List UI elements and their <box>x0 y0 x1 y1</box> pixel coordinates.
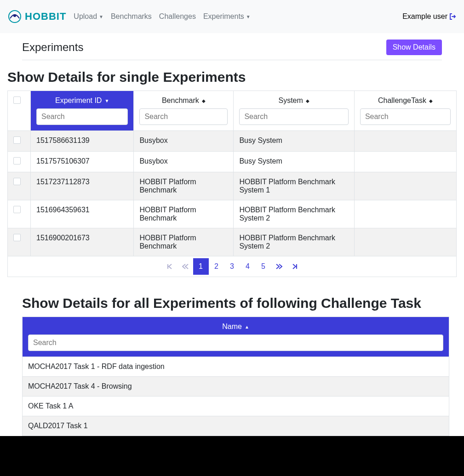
nav-challenges[interactable]: Challenges <box>159 12 196 21</box>
nav-links: Upload ▼ Benchmarks Challenges Experimen… <box>74 12 250 21</box>
navbar: HOBBIT Upload ▼ Benchmarks Challenges Ex… <box>0 0 464 33</box>
row-checkbox[interactable] <box>13 136 21 144</box>
page-title: Experiments <box>22 41 386 54</box>
row-checkbox-cell <box>8 152 31 172</box>
cell-system: HOBBIT Platform Benchmark System 1 <box>234 172 355 200</box>
cell-benchmark: Busybox <box>134 131 234 152</box>
table-row[interactable]: 1516964359631 HOBBIT Platform Benchmark … <box>8 200 457 228</box>
table-row[interactable]: OKE Task 1 A <box>23 397 449 416</box>
col-name[interactable]: Name ▲ <box>23 317 449 357</box>
col-benchmark-label: Benchmark <box>162 96 199 104</box>
sort-icon: ◆ <box>429 98 433 103</box>
cell-challenge-task <box>354 172 456 200</box>
cell-benchmark: Busybox <box>134 152 234 172</box>
col-benchmark[interactable]: Benchmark ◆ <box>134 91 234 131</box>
logout-icon <box>449 13 457 20</box>
show-details-button[interactable]: Show Details <box>386 40 442 55</box>
col-system[interactable]: System ◆ <box>234 91 355 131</box>
cell-experiment-id: 1517237112873 <box>31 172 134 200</box>
page-first[interactable] <box>162 258 178 275</box>
cell-experiment-id: 1517586631139 <box>31 131 134 152</box>
col-name-label: Name <box>222 323 242 330</box>
page-1[interactable]: 1 <box>193 258 209 275</box>
experiments-table: Experiment ID ▼ Benchmark ◆ System ◆ Cha… <box>7 91 457 256</box>
sort-icon: ◆ <box>306 98 309 103</box>
chevron-down-icon: ▼ <box>246 14 251 19</box>
step-backward-icon <box>167 264 172 269</box>
table-row[interactable]: MOCHA2017 Task 1 - RDF data ingestion <box>23 357 449 377</box>
search-name[interactable] <box>28 334 443 351</box>
page-3[interactable]: 3 <box>224 258 240 275</box>
page-prev[interactable] <box>178 258 193 275</box>
cell-name: QALD2017 Task 1 <box>23 416 449 436</box>
cell-challenge-task <box>354 228 456 256</box>
sort-asc-icon: ▲ <box>245 324 249 329</box>
row-checkbox-cell <box>8 172 31 200</box>
col-experiment-id[interactable]: Experiment ID ▼ <box>31 91 134 131</box>
nav-experiments-label: Experiments <box>203 12 244 21</box>
page-last[interactable] <box>287 258 303 275</box>
user-name: Example user <box>402 12 447 21</box>
cell-benchmark: HOBBIT Platform Benchmark <box>134 172 234 200</box>
svg-point-1 <box>13 14 16 17</box>
brand-text: HOBBIT <box>25 11 66 23</box>
table-row[interactable]: 1517237112873 HOBBIT Platform Benchmark … <box>8 172 457 200</box>
sort-desc-icon: ▼ <box>104 98 109 103</box>
section1-title: Show Details for single Experiments <box>7 69 457 85</box>
table-row[interactable]: 1517575106307 Busybox Busy System <box>8 152 457 172</box>
cell-name: MOCHA2017 Task 4 - Browsing <box>23 377 449 397</box>
section2-title: Show Details for all Experiments of foll… <box>22 295 449 311</box>
cell-challenge-task <box>354 131 456 152</box>
search-experiment-id[interactable] <box>36 108 128 125</box>
step-forward-icon <box>292 264 298 269</box>
nav-upload[interactable]: Upload ▼ <box>74 12 103 21</box>
cell-system: Busy System <box>234 131 355 152</box>
table-row[interactable]: 1516900201673 HOBBIT Platform Benchmark … <box>8 228 457 256</box>
row-checkbox[interactable] <box>13 157 21 164</box>
nav-benchmarks[interactable]: Benchmarks <box>111 12 152 21</box>
cell-name: MOCHA2017 Task 1 - RDF data ingestion <box>23 357 449 377</box>
cell-experiment-id: 1516964359631 <box>31 200 134 228</box>
sort-icon: ◆ <box>202 98 206 103</box>
row-checkbox[interactable] <box>13 234 21 241</box>
table-row[interactable]: MOCHA2017 Task 4 - Browsing <box>23 377 449 397</box>
page-next[interactable] <box>271 258 287 275</box>
pagination: 12345 <box>7 256 457 277</box>
cell-name: OKE Task 1 A <box>23 397 449 416</box>
page-header: Experiments Show Details <box>0 33 464 60</box>
search-system[interactable] <box>239 108 349 125</box>
footer-black <box>0 436 464 476</box>
select-all-header <box>8 91 31 131</box>
search-benchmark[interactable] <box>139 108 228 125</box>
row-checkbox-cell <box>8 131 31 152</box>
nav-benchmarks-label: Benchmarks <box>111 12 152 21</box>
row-checkbox[interactable] <box>13 178 21 185</box>
page-2[interactable]: 2 <box>209 258 224 275</box>
search-challenge-task[interactable] <box>360 108 451 125</box>
col-challenge-task[interactable]: ChallengeTask ◆ <box>354 91 456 131</box>
user-menu[interactable]: Example user <box>402 12 457 21</box>
fast-backward-icon <box>182 264 189 269</box>
cell-challenge-task <box>354 152 456 172</box>
cell-system: HOBBIT Platform Benchmark System 2 <box>234 228 355 256</box>
table-row[interactable]: QALD2017 Task 1 <box>23 416 449 436</box>
chevron-down-icon: ▼ <box>99 14 103 19</box>
nav-upload-label: Upload <box>74 12 97 21</box>
nav-experiments[interactable]: Experiments ▼ <box>203 12 251 21</box>
row-checkbox-cell <box>8 228 31 256</box>
table-row[interactable]: 1517586631139 Busybox Busy System <box>8 131 457 152</box>
cell-benchmark: HOBBIT Platform Benchmark <box>134 200 234 228</box>
section2: Show Details for all Experiments of foll… <box>22 295 449 436</box>
row-checkbox-cell <box>8 200 31 228</box>
cell-challenge-task <box>354 200 456 228</box>
page-4[interactable]: 4 <box>240 258 256 275</box>
cell-system: HOBBIT Platform Benchmark System 2 <box>234 200 355 228</box>
brand[interactable]: HOBBIT <box>7 9 66 24</box>
cell-system: Busy System <box>234 152 355 172</box>
page-5[interactable]: 5 <box>256 258 271 275</box>
fast-forward-icon <box>276 264 282 269</box>
row-checkbox[interactable] <box>13 206 21 213</box>
challenge-task-table: Name ▲ MOCHA2017 Task 1 - RDF data inges… <box>22 317 449 436</box>
select-all-checkbox[interactable] <box>13 96 21 104</box>
col-system-label: System <box>278 96 303 104</box>
